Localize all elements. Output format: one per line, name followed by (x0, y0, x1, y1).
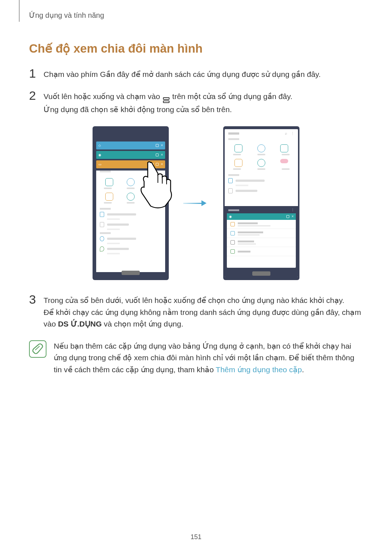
note-box: Nếu bạn thêm các cặp ứng dụng vào bảng Ứ… (29, 340, 363, 376)
text-fragment: Ứng dụng đã chọn sẽ khởi động trong cửa … (44, 104, 363, 116)
close-icon: × (161, 153, 163, 157)
more-icon: ⋮ (291, 131, 294, 135)
settings-row (227, 229, 296, 238)
close-icon: × (161, 144, 163, 147)
step-text: Trong cửa sổ bên dưới, vuốt lên hoặc xuố… (44, 295, 363, 330)
step-number: 2 (29, 89, 44, 102)
more-icon: ⋮ (291, 208, 294, 212)
grid-icon (148, 178, 156, 186)
grid-icon (105, 193, 113, 201)
recent-app-card: ◇ × (96, 141, 165, 149)
split-icon (286, 215, 289, 218)
text-fragment: và chọn một ứng dụng. (102, 320, 183, 328)
settings-row (227, 220, 296, 229)
settings-row (227, 238, 296, 247)
phone-left: ◇ × ◉ × ▭ × (93, 126, 169, 280)
arrow-right-icon (183, 200, 209, 207)
note-text: Nếu bạn thêm các cặp ứng dụng vào bảng Ứ… (54, 340, 363, 376)
grid-icon (127, 178, 135, 186)
grid-icon (127, 193, 135, 201)
illustration: ◇ × ◉ × ▭ × (29, 126, 363, 280)
close-all-button (252, 271, 270, 276)
split-screen-icon (163, 97, 170, 104)
text-fragment: . (302, 365, 304, 374)
step-text: Chạm vào phím Gần đây để mở danh sách cá… (44, 69, 363, 81)
settings-header: ◉ × (227, 213, 296, 220)
text-fragment: Trong cửa sổ bên dưới, vuốt lên hoặc xuố… (44, 295, 363, 307)
grid-icon (234, 159, 242, 167)
step-text: Vuốt lên hoặc xuống và chạm vào trên một… (44, 91, 363, 116)
step-number: 1 (29, 67, 44, 79)
list-item (100, 246, 162, 251)
grid-icon (280, 159, 288, 163)
close-icon: × (161, 163, 163, 166)
breadcrumb: Ứng dụng và tính năng (29, 11, 363, 20)
grid-icon (105, 178, 113, 186)
grid-icon (280, 144, 288, 152)
step-3: 3 Trong cửa sổ bên dưới, vuốt lên hoặc x… (29, 295, 363, 330)
list-item (100, 212, 162, 217)
search-icon: ⌕ (285, 131, 287, 135)
page-title: Chế độ xem chia đôi màn hình (29, 41, 363, 56)
page-number: 151 (191, 533, 201, 541)
recent-app-card: ◉ × (96, 151, 165, 159)
split-icon (156, 153, 159, 156)
list-item (228, 178, 294, 183)
link-text[interactable]: Thêm ứng dụng theo cặp (216, 365, 302, 374)
close-icon: × (291, 215, 294, 218)
list-item (100, 236, 162, 241)
text-fragment: trên một cửa sổ ứng dụng gần đây. (170, 92, 293, 100)
grid-icon (257, 159, 265, 167)
text-fragment: Nếu bạn thêm các cặp ứng dụng vào bảng Ứ… (54, 342, 354, 374)
split-icon (156, 144, 159, 147)
list-item (228, 188, 294, 193)
step-2: 2 Vuốt lên hoặc xuống và chạm vào trên m… (29, 91, 363, 116)
grid-icon (148, 193, 156, 197)
phone-right: ⌕ ⋮ (223, 126, 299, 280)
list-item (100, 222, 162, 227)
step-1: 1 Chạm vào phím Gần đây để mở danh sách … (29, 69, 363, 81)
app-header: ⌕ ⋮ (225, 129, 298, 138)
settings-row (227, 247, 296, 256)
split-bottom-panel: ⋮ ◉ × (225, 206, 298, 277)
split-icon (156, 163, 159, 166)
step-number: 3 (29, 293, 44, 305)
grid-icon (257, 144, 265, 152)
close-all-button (122, 271, 140, 275)
window-icon (151, 163, 154, 166)
grid-icon (234, 144, 242, 152)
note-icon (29, 340, 46, 358)
text-fragment: Vuốt lên hoặc xuống và chạm vào (44, 92, 162, 100)
recent-app-card: ▭ × (96, 160, 165, 168)
text-bold: DS Ứ.DỤNG (58, 320, 102, 328)
